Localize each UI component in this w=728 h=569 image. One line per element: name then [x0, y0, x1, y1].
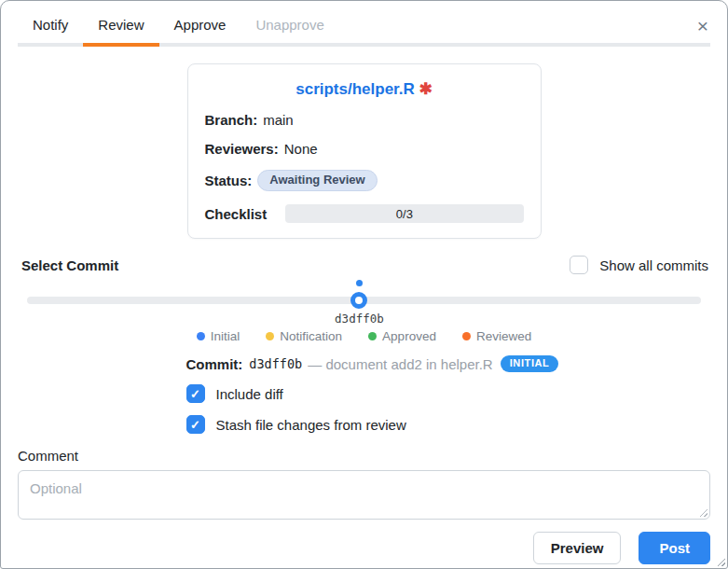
preview-button[interactable]: Preview — [533, 532, 622, 564]
checkmark-icon: ✓ — [190, 419, 200, 431]
commit-legend: Initial Notification Approved Reviewed — [1, 329, 727, 343]
branch-row: Branch: main — [205, 112, 524, 128]
close-icon[interactable]: × — [697, 16, 708, 35]
reviewers-row: Reviewers: None — [205, 141, 524, 157]
tab-approve[interactable]: Approve — [159, 1, 241, 47]
slider-commit-hash: d3dff0b — [335, 312, 384, 326]
approved-dot-icon — [368, 332, 377, 340]
file-title-text: scripts/helper.R — [295, 80, 415, 98]
reviewers-label: Reviewers: — [205, 141, 279, 157]
show-all-commits-toggle[interactable]: Show all commits — [570, 256, 708, 274]
dialog-resize-grip-icon[interactable] — [717, 558, 725, 566]
legend-initial-label: Initial — [211, 329, 240, 343]
tab-bar: Notify Review Approve Unapprove × — [1, 1, 727, 47]
include-diff-label: Include diff — [216, 386, 283, 402]
commit-marker-dot — [356, 280, 363, 286]
commit-type-badge: INITIAL — [501, 355, 559, 372]
comment-textarea-wrap — [18, 470, 710, 520]
reviewed-dot-icon — [462, 332, 471, 340]
file-title: scripts/helper.R ✱ — [205, 79, 524, 99]
status-row: Status: Awaiting Review — [205, 170, 524, 191]
legend-item-initial: Initial — [197, 329, 240, 343]
stash-changes-toggle[interactable]: ✓ Stash file changes from review — [186, 415, 543, 434]
checkmark-icon: ✓ — [190, 388, 200, 400]
post-button[interactable]: Post — [639, 532, 710, 564]
reviewers-value: None — [284, 141, 318, 157]
comment-section: Comment — [18, 448, 710, 520]
show-all-commits-checkbox[interactable] — [570, 256, 588, 274]
legend-reviewed-label: Reviewed — [476, 329, 531, 343]
comment-label: Comment — [18, 448, 710, 464]
stash-changes-checkbox[interactable]: ✓ — [186, 415, 205, 434]
tab-unapprove[interactable]: Unapprove — [240, 1, 338, 47]
select-commit-label: Select Commit — [21, 257, 118, 273]
legend-notification-label: Notification — [280, 329, 342, 343]
initial-dot-icon — [197, 332, 205, 340]
commit-hash: d3dff0b — [249, 356, 302, 371]
commit-label: Commit: — [186, 356, 243, 372]
commit-slider[interactable]: d3dff0b — [27, 278, 701, 326]
checklist-row: Checklist 0/3 — [205, 204, 524, 223]
select-commit-row: Select Commit Show all commits — [21, 256, 708, 274]
status-label: Status: — [205, 173, 253, 188]
tabs-nav: Notify Review Approve Unapprove — [18, 1, 710, 47]
review-dialog: Notify Review Approve Unapprove × script… — [0, 0, 728, 569]
commit-detail-block: Commit: d3dff0b — document add2 in helpe… — [186, 355, 543, 434]
footer-actions: Preview Post — [18, 532, 710, 564]
checklist-label: Checklist — [205, 206, 268, 222]
slider-handle[interactable] — [350, 292, 367, 309]
tab-notify[interactable]: Notify — [18, 1, 83, 47]
status-badge: Awaiting Review — [257, 170, 377, 191]
branch-label: Branch: — [205, 112, 258, 128]
legend-approved-label: Approved — [382, 329, 436, 343]
checklist-progress-text: 0/3 — [396, 207, 413, 221]
stash-changes-label: Stash file changes from review — [216, 417, 406, 433]
include-diff-checkbox[interactable]: ✓ — [186, 384, 205, 403]
notification-dot-icon — [266, 332, 274, 340]
commit-message: — document add2 in helper.R — [308, 356, 492, 372]
checklist-progress-bar: 0/3 — [285, 204, 523, 223]
file-card: scripts/helper.R ✱ Branch: main Reviewer… — [187, 63, 542, 239]
show-all-commits-label: Show all commits — [599, 257, 708, 273]
branch-value: main — [263, 112, 294, 128]
legend-item-notification: Notification — [266, 329, 342, 343]
legend-item-approved: Approved — [368, 329, 436, 343]
legend-item-reviewed: Reviewed — [462, 329, 531, 343]
tab-review[interactable]: Review — [83, 1, 158, 47]
include-diff-toggle[interactable]: ✓ Include diff — [186, 384, 543, 403]
comment-input[interactable] — [18, 470, 710, 520]
modified-asterisk-icon: ✱ — [419, 80, 433, 98]
commit-line: Commit: d3dff0b — document add2 in helpe… — [186, 355, 543, 372]
